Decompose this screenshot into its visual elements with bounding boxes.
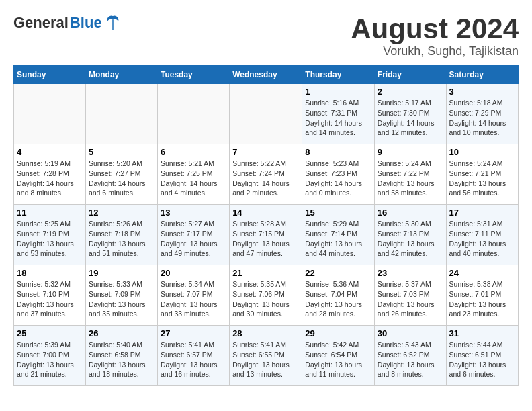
calendar-cell: 28Sunrise: 5:41 AMSunset: 6:55 PMDayligh… [230,326,302,386]
day-content: Sunrise: 5:24 AMSunset: 7:21 PMDaylight:… [449,158,515,198]
calendar-cell: 30Sunrise: 5:43 AMSunset: 6:52 PMDayligh… [374,326,446,386]
calendar-cell: 29Sunrise: 5:42 AMSunset: 6:54 PMDayligh… [302,326,375,386]
page-header: General Blue August 2024 Vorukh, Sughd, … [13,13,519,58]
day-content: Sunrise: 5:34 AMSunset: 7:07 PMDaylight:… [161,279,226,319]
location-subtitle: Vorukh, Sughd, Tajikistan [351,44,519,58]
day-content: Sunrise: 5:22 AMSunset: 7:24 PMDaylight:… [232,158,299,198]
day-number: 4 [17,147,83,157]
calendar-table: SundayMondayTuesdayWednesdayThursdayFrid… [13,65,519,386]
day-content: Sunrise: 5:27 AMSunset: 7:17 PMDaylight:… [161,219,226,259]
day-number: 15 [305,208,371,218]
day-number: 1 [305,87,371,97]
day-content: Sunrise: 5:41 AMSunset: 6:55 PMDaylight:… [232,340,299,379]
calendar-cell: 22Sunrise: 5:36 AMSunset: 7:04 PMDayligh… [302,265,375,326]
day-number: 29 [305,328,371,338]
day-number: 22 [305,268,371,278]
day-content: Sunrise: 5:39 AMSunset: 7:00 PMDaylight:… [17,340,83,379]
calendar-week-row: 25Sunrise: 5:39 AMSunset: 7:00 PMDayligh… [14,326,519,386]
logo-general: General [13,14,69,32]
day-content: Sunrise: 5:24 AMSunset: 7:22 PMDaylight:… [378,158,443,198]
day-number: 2 [378,87,443,97]
day-number: 17 [449,208,515,218]
day-number: 16 [378,208,443,218]
calendar-cell: 21Sunrise: 5:35 AMSunset: 7:06 PMDayligh… [230,265,302,326]
col-header-monday: Monday [85,66,157,84]
calendar-cell: 14Sunrise: 5:28 AMSunset: 7:15 PMDayligh… [230,205,302,265]
day-number: 30 [378,328,443,338]
day-number: 21 [232,268,299,278]
day-content: Sunrise: 5:36 AMSunset: 7:04 PMDaylight:… [305,279,371,319]
calendar-cell: 16Sunrise: 5:30 AMSunset: 7:13 PMDayligh… [374,205,446,265]
day-number: 9 [378,147,443,157]
col-header-wednesday: Wednesday [230,66,302,84]
calendar-cell: 25Sunrise: 5:39 AMSunset: 7:00 PMDayligh… [14,326,86,386]
calendar-cell: 13Sunrise: 5:27 AMSunset: 7:17 PMDayligh… [157,205,229,265]
logo: General Blue [13,13,122,32]
calendar-cell: 17Sunrise: 5:31 AMSunset: 7:11 PMDayligh… [446,205,518,265]
calendar-cell: 31Sunrise: 5:44 AMSunset: 6:51 PMDayligh… [446,326,518,386]
day-number: 3 [449,87,515,97]
calendar-week-row: 18Sunrise: 5:32 AMSunset: 7:10 PMDayligh… [14,265,519,326]
day-content: Sunrise: 5:26 AMSunset: 7:18 PMDaylight:… [89,219,154,259]
day-number: 27 [161,328,226,338]
calendar-cell [157,84,229,144]
col-header-thursday: Thursday [302,66,375,84]
calendar-header-row: SundayMondayTuesdayWednesdayThursdayFrid… [14,66,519,84]
day-content: Sunrise: 5:43 AMSunset: 6:52 PMDaylight:… [378,340,443,379]
calendar-cell: 9Sunrise: 5:24 AMSunset: 7:22 PMDaylight… [374,144,446,205]
day-number: 5 [89,147,154,157]
logo-blue: Blue [70,14,102,32]
day-content: Sunrise: 5:29 AMSunset: 7:14 PMDaylight:… [305,219,371,259]
day-content: Sunrise: 5:37 AMSunset: 7:03 PMDaylight:… [378,279,443,319]
col-header-tuesday: Tuesday [157,66,229,84]
day-content: Sunrise: 5:21 AMSunset: 7:25 PMDaylight:… [161,158,226,198]
calendar-cell: 18Sunrise: 5:32 AMSunset: 7:10 PMDayligh… [14,265,86,326]
day-number: 14 [232,208,299,218]
day-content: Sunrise: 5:17 AMSunset: 7:30 PMDaylight:… [378,98,443,138]
calendar-cell: 26Sunrise: 5:40 AMSunset: 6:58 PMDayligh… [85,326,157,386]
day-content: Sunrise: 5:18 AMSunset: 7:29 PMDaylight:… [449,98,515,138]
day-number: 11 [17,208,83,218]
calendar-cell: 15Sunrise: 5:29 AMSunset: 7:14 PMDayligh… [302,205,375,265]
day-number: 13 [161,208,226,218]
day-content: Sunrise: 5:20 AMSunset: 7:27 PMDaylight:… [89,158,154,198]
day-number: 23 [378,268,443,278]
day-number: 10 [449,147,515,157]
day-content: Sunrise: 5:28 AMSunset: 7:15 PMDaylight:… [232,219,299,259]
calendar-cell: 12Sunrise: 5:26 AMSunset: 7:18 PMDayligh… [85,205,157,265]
day-content: Sunrise: 5:16 AMSunset: 7:31 PMDaylight:… [305,98,371,138]
day-content: Sunrise: 5:31 AMSunset: 7:11 PMDaylight:… [449,219,515,259]
month-year-title: August 2024 [351,13,519,44]
day-number: 26 [89,328,154,338]
day-content: Sunrise: 5:19 AMSunset: 7:28 PMDaylight:… [17,158,83,198]
col-header-friday: Friday [374,66,446,84]
calendar-cell: 7Sunrise: 5:22 AMSunset: 7:24 PMDaylight… [230,144,302,205]
day-content: Sunrise: 5:38 AMSunset: 7:01 PMDaylight:… [449,279,515,319]
col-header-saturday: Saturday [446,66,518,84]
day-content: Sunrise: 5:42 AMSunset: 6:54 PMDaylight:… [305,340,371,379]
calendar-week-row: 1Sunrise: 5:16 AMSunset: 7:31 PMDaylight… [14,84,519,144]
col-header-sunday: Sunday [14,66,86,84]
calendar-cell [230,84,302,144]
day-number: 25 [17,328,83,338]
day-content: Sunrise: 5:30 AMSunset: 7:13 PMDaylight:… [378,219,443,259]
day-content: Sunrise: 5:35 AMSunset: 7:06 PMDaylight:… [232,279,299,319]
calendar-week-row: 11Sunrise: 5:25 AMSunset: 7:19 PMDayligh… [14,205,519,265]
day-number: 28 [232,328,299,338]
calendar-cell: 8Sunrise: 5:23 AMSunset: 7:23 PMDaylight… [302,144,375,205]
calendar-cell: 2Sunrise: 5:17 AMSunset: 7:30 PMDaylight… [374,84,446,144]
calendar-cell: 4Sunrise: 5:19 AMSunset: 7:28 PMDaylight… [14,144,86,205]
calendar-cell: 24Sunrise: 5:38 AMSunset: 7:01 PMDayligh… [446,265,518,326]
title-block: August 2024 Vorukh, Sughd, Tajikistan [351,13,519,58]
calendar-cell: 27Sunrise: 5:41 AMSunset: 6:57 PMDayligh… [157,326,229,386]
calendar-cell: 1Sunrise: 5:16 AMSunset: 7:31 PMDaylight… [302,84,375,144]
day-number: 24 [449,268,515,278]
day-content: Sunrise: 5:40 AMSunset: 6:58 PMDaylight:… [89,340,154,379]
logo-bird-icon [103,13,122,32]
calendar-week-row: 4Sunrise: 5:19 AMSunset: 7:28 PMDaylight… [14,144,519,205]
day-number: 18 [17,268,83,278]
day-number: 31 [449,328,515,338]
calendar-cell: 10Sunrise: 5:24 AMSunset: 7:21 PMDayligh… [446,144,518,205]
day-number: 12 [89,208,154,218]
calendar-cell: 3Sunrise: 5:18 AMSunset: 7:29 PMDaylight… [446,84,518,144]
